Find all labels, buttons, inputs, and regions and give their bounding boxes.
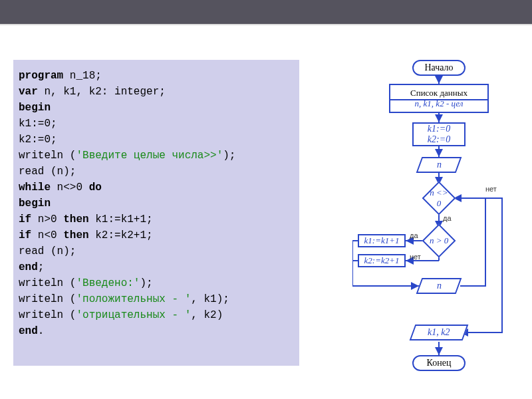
code-line: if n<0 then k2:=k2+1; (19, 227, 294, 243)
flow-decision-loop: n <> 0 (422, 182, 456, 215)
flow-output: k1, k2 (410, 325, 469, 340)
flow-assign-k2: k2:=k2+1 (358, 254, 406, 267)
code-line: writeln ('Введите целые числа>>'); (19, 148, 294, 164)
code-line: k1:=0; (19, 116, 294, 132)
code-line: k2:=0; (19, 132, 294, 148)
flow-start: Начало (412, 60, 466, 76)
code-line: if n>0 then k1:=k1+1; (19, 211, 294, 227)
code-line: program n_18; (19, 68, 294, 84)
label-no-2: нет (410, 253, 421, 261)
flow-input-n: n (416, 157, 462, 173)
label-yes: да (443, 214, 452, 222)
title-bar (0, 0, 532, 25)
code-line: begin (19, 100, 294, 116)
label-no: нет (485, 185, 497, 193)
code-line: begin (19, 196, 294, 211)
code-line: var n, k1, k2: integer; (19, 84, 294, 100)
code-line: read (n); (19, 164, 294, 180)
flow-decision-sign: n > 0 (422, 224, 456, 258)
code-line: while n<>0 do (19, 180, 294, 196)
code-line: end; (19, 259, 294, 275)
code-line: writeln ('положительных - ', k1); (19, 291, 294, 307)
flow-assign-k1: k1:=k1+1 (358, 234, 406, 247)
flowchart: Начало Список данных n, k1, k2 - цел k1:… (352, 60, 525, 392)
flow-end: Конец (412, 355, 466, 371)
code-line: writeln ('отрицательных - ', k2) (19, 307, 294, 323)
code-line: read (n); (19, 243, 294, 259)
code-panel: program n_18; var n, k1, k2: integer; be… (13, 60, 299, 366)
flow-input-n-loop: n (416, 278, 462, 294)
flow-data-list: Список данных n, k1, k2 - цел (389, 84, 489, 113)
flow-init: k1:=0 k2:=0 (412, 122, 466, 146)
label-yes-2: да (410, 231, 418, 239)
code-line: writeln ('Введено:'); (19, 275, 294, 291)
flow-data-list-title: Список данных (410, 88, 467, 98)
code-line: end. (19, 323, 294, 339)
